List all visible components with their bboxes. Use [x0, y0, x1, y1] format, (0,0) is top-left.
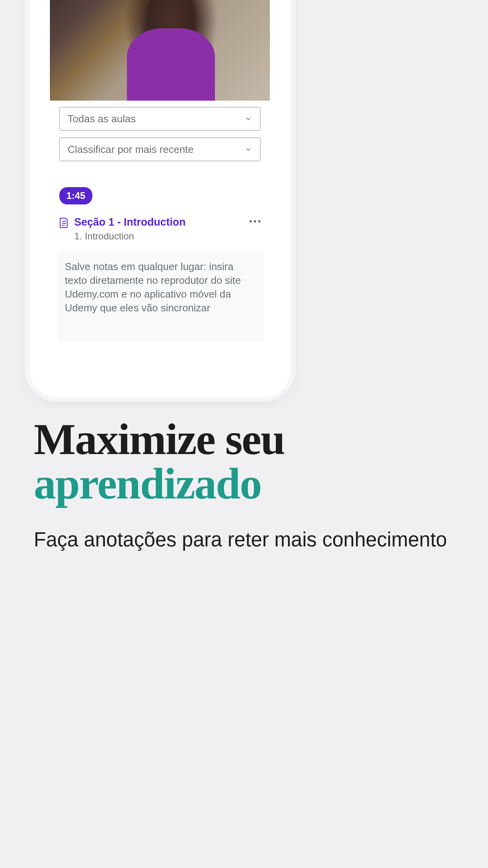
- timestamp-badge[interactable]: 1:45: [59, 187, 92, 204]
- note-header: Seção 1 - Introduction 1. Introduction: [59, 215, 261, 242]
- headline-line-1: Maximize seu: [34, 414, 284, 463]
- note-lecture-title: 1. Introduction: [74, 231, 186, 242]
- note-title-group: Seção 1 - Introduction 1. Introduction: [74, 215, 186, 242]
- filter-lessons-label: Todas as aulas: [68, 113, 136, 125]
- chevron-down-icon: [244, 115, 252, 123]
- note-header-left: Seção 1 - Introduction 1. Introduction: [59, 215, 186, 242]
- more-options-icon[interactable]: [250, 220, 261, 223]
- sort-dropdown[interactable]: Classificar por mais recente: [59, 138, 261, 161]
- chevron-down-icon: [244, 145, 252, 153]
- marketing-copy: Maximize seu aprendizado Faça anotações …: [34, 417, 454, 552]
- document-icon: [59, 217, 69, 228]
- note-body-text[interactable]: Salve notas em qualquer lugar: insira te…: [58, 252, 264, 342]
- note-section-title[interactable]: Seção 1 - Introduction: [74, 215, 186, 229]
- note-item: 1:45 Seção 1 - Introduction 1. Introduct: [29, 168, 291, 342]
- headline-line-2: aprendizado: [34, 459, 261, 508]
- video-thumbnail[interactable]: [50, 0, 270, 101]
- dropdown-group: Todas as aulas Classificar por mais rece…: [29, 101, 291, 161]
- sort-label: Classificar por mais recente: [68, 143, 194, 156]
- phone-screen: Todas as aulas Classificar por mais rece…: [29, 0, 291, 397]
- filter-lessons-dropdown[interactable]: Todas as aulas: [59, 107, 261, 131]
- marketing-headline: Maximize seu aprendizado: [34, 417, 454, 506]
- marketing-subhead: Faça anotações para reter mais conhecime…: [34, 527, 454, 552]
- phone-mockup: Todas as aulas Classificar por mais rece…: [29, 0, 291, 397]
